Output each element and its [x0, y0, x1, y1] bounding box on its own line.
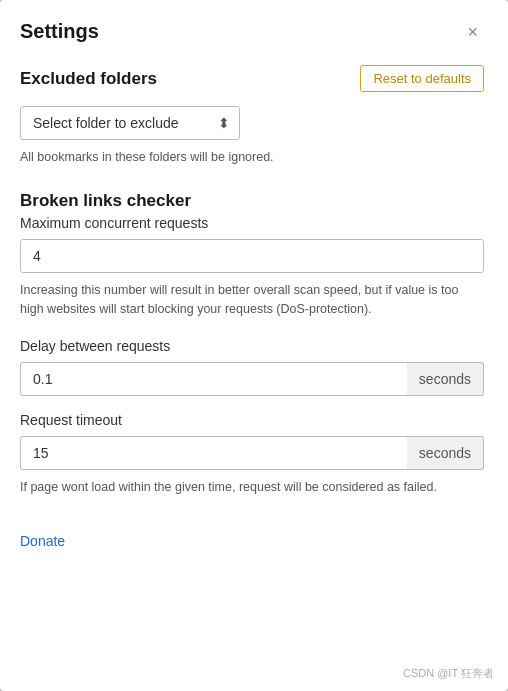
donate-link[interactable]: Donate: [20, 533, 65, 549]
max-requests-hint: Increasing this number will result in be…: [20, 281, 484, 319]
excluded-folders-header: Excluded folders Reset to defaults: [20, 65, 484, 92]
delay-section: Delay between requests seconds: [20, 338, 484, 396]
timeout-section: Request timeout seconds If page wont loa…: [20, 412, 484, 497]
delay-input[interactable]: [20, 362, 407, 396]
timeout-suffix: seconds: [407, 436, 484, 470]
timeout-input-group: seconds: [20, 436, 484, 470]
broken-links-section: Broken links checker Maximum concurrent …: [20, 191, 484, 497]
excluded-folders-hint: All bookmarks in these folders will be i…: [20, 148, 484, 167]
watermark: CSDN @IT 狂奔者: [403, 666, 494, 681]
timeout-hint: If page wont load within the given time,…: [20, 478, 484, 497]
timeout-label: Request timeout: [20, 412, 484, 428]
max-requests-input[interactable]: [20, 239, 484, 273]
delay-label: Delay between requests: [20, 338, 484, 354]
dialog-header: Settings ×: [20, 20, 484, 43]
dialog-title: Settings: [20, 20, 99, 43]
folder-select-wrapper: Select folder to exclude ⬍: [20, 106, 240, 140]
delay-suffix: seconds: [407, 362, 484, 396]
reset-to-defaults-button[interactable]: Reset to defaults: [360, 65, 484, 92]
max-requests-label: Maximum concurrent requests: [20, 215, 484, 231]
excluded-folders-title: Excluded folders: [20, 69, 157, 89]
settings-dialog: Settings × Excluded folders Reset to def…: [0, 0, 508, 691]
delay-input-group: seconds: [20, 362, 484, 396]
folder-select[interactable]: Select folder to exclude: [20, 106, 240, 140]
broken-links-title: Broken links checker: [20, 191, 484, 211]
close-button[interactable]: ×: [461, 21, 484, 43]
timeout-input[interactable]: [20, 436, 407, 470]
